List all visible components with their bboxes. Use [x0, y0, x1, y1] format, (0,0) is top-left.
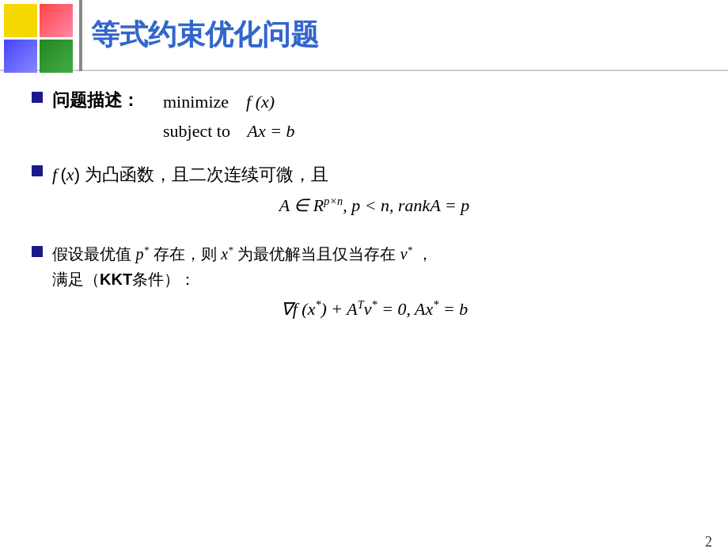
color-blocks — [0, 0, 79, 71]
math-block-1: minimize f (x) subject to Ax = b — [163, 87, 295, 146]
kkt-formula: ∇f (x*) + ATv* = 0, Ax* = b — [52, 298, 696, 320]
bullet-square-2 — [32, 165, 43, 176]
subject-to-line: subject to Ax = b — [163, 116, 295, 146]
bullet-item-2: f (x) 为凸函数，且二次连续可微，且 A ∈ Rp×n, p < n, ra… — [32, 161, 696, 228]
bullet-content-3: 假设最优值 p* 存在，则 x* 为最优解当且仅当存在 v* ， 满足（KKT条… — [52, 241, 696, 331]
bullet-item-3: 假设最优值 p* 存在，则 x* 为最优解当且仅当存在 v* ， 满足（KKT条… — [32, 241, 696, 331]
vertical-divider — [79, 0, 82, 71]
slide: 等式约束优化问题 问题描述： minimize f (x) subject to — [0, 0, 728, 560]
bullet-content-1: 问题描述： minimize f (x) subject to Ax = b — [52, 87, 696, 146]
bullet-square-3 — [32, 246, 43, 257]
subject-to-keyword: subject to — [163, 121, 243, 141]
prob-label: 问题描述： — [52, 89, 139, 112]
page-number: 2 — [705, 534, 712, 551]
block-yellow — [4, 4, 37, 37]
bullet-content-2: f (x) 为凸函数，且二次连续可微，且 A ∈ Rp×n, p < n, ra… — [52, 161, 696, 228]
bullet-square-1 — [32, 92, 43, 103]
optimal-description: 假设最优值 p* 存在，则 x* 为最优解当且仅当存在 v* ， 满足（KKT条… — [52, 241, 696, 292]
minimize-formula: f (x) — [246, 92, 275, 112]
bullet-item-1: 问题描述： minimize f (x) subject to Ax = b — [32, 87, 696, 146]
minimize-line: minimize f (x) — [163, 87, 295, 116]
slide-title: 等式约束优化问题 — [91, 16, 319, 55]
content-area: 问题描述： minimize f (x) subject to Ax = b — [0, 71, 728, 361]
block-red — [40, 4, 73, 37]
minimize-keyword: minimize — [163, 92, 242, 112]
block-green — [40, 40, 73, 73]
fx-description: f (x) 为凸函数，且二次连续可微，且 — [52, 161, 696, 188]
block-blue — [4, 40, 37, 73]
subject-to-formula: Ax = b — [248, 121, 295, 141]
header: 等式约束优化问题 — [0, 0, 728, 71]
rank-formula: A ∈ Rp×n, p < n, rankA = p — [52, 195, 696, 216]
prob-desc-row: 问题描述： minimize f (x) subject to Ax = b — [52, 87, 696, 146]
